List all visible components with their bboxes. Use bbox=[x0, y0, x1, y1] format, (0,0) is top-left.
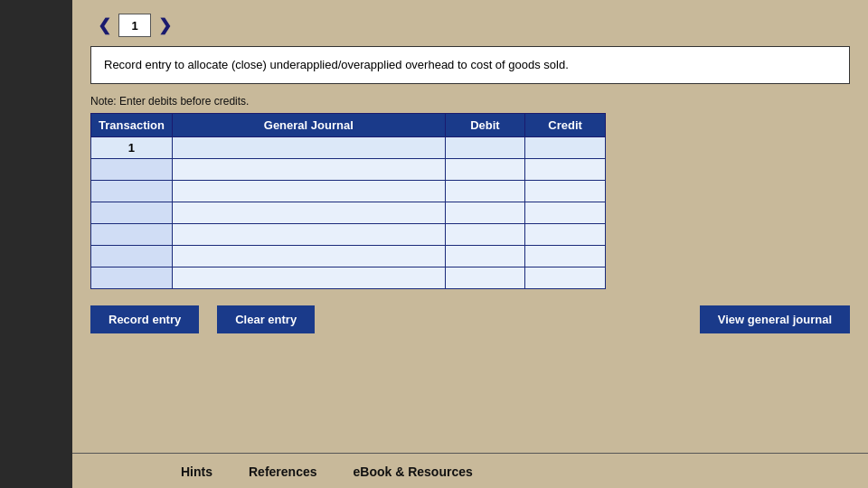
view-general-journal-button[interactable]: View general journal bbox=[700, 305, 850, 333]
header-debit: Debit bbox=[445, 113, 525, 136]
note-text: Note: Enter debits before credits. bbox=[90, 95, 850, 108]
credit-input-1[interactable] bbox=[531, 164, 599, 176]
row-debit-3[interactable] bbox=[445, 202, 525, 223]
header-general-journal: General Journal bbox=[172, 113, 445, 136]
row-transaction-5 bbox=[91, 245, 173, 267]
row-credit-1[interactable] bbox=[525, 158, 606, 180]
header-credit: Credit bbox=[525, 113, 606, 136]
debit-input-6[interactable] bbox=[451, 272, 520, 285]
hints-link[interactable]: Hints bbox=[181, 465, 212, 479]
credit-input-0[interactable] bbox=[531, 142, 599, 155]
credit-input-6[interactable] bbox=[531, 272, 599, 285]
credit-input-5[interactable] bbox=[531, 250, 599, 263]
next-button[interactable]: ❯ bbox=[151, 15, 179, 35]
row-debit-1[interactable] bbox=[445, 158, 525, 180]
left-sidebar bbox=[0, 0, 72, 488]
journal-input-0[interactable] bbox=[178, 142, 439, 155]
row-debit-5[interactable] bbox=[445, 245, 525, 267]
row-transaction-3 bbox=[91, 202, 173, 223]
row-debit-2[interactable] bbox=[445, 180, 525, 202]
references-link[interactable]: References bbox=[249, 465, 317, 479]
instruction-text: Record entry to allocate (close) underap… bbox=[104, 58, 569, 71]
instruction-box: Record entry to allocate (close) underap… bbox=[90, 46, 850, 84]
nav-bar: ❮ 1 ❯ bbox=[90, 14, 850, 37]
page-number: 1 bbox=[118, 14, 151, 37]
row-transaction-6 bbox=[91, 267, 173, 288]
row-debit-6[interactable] bbox=[445, 267, 525, 288]
row-transaction-0: 1 bbox=[91, 136, 173, 158]
header-transaction: Transaction bbox=[91, 113, 173, 136]
row-transaction-4 bbox=[91, 223, 173, 245]
row-credit-5[interactable] bbox=[525, 245, 606, 267]
row-credit-4[interactable] bbox=[525, 223, 606, 245]
debit-input-0[interactable] bbox=[451, 142, 520, 155]
journal-table: Transaction General Journal Debit Credit… bbox=[90, 113, 606, 289]
row-debit-4[interactable] bbox=[445, 223, 525, 245]
journal-input-3[interactable] bbox=[178, 207, 439, 220]
row-journal-0[interactable] bbox=[172, 136, 445, 158]
journal-input-2[interactable] bbox=[178, 185, 439, 198]
row-transaction-1 bbox=[91, 158, 173, 180]
journal-input-4[interactable] bbox=[178, 229, 439, 241]
row-journal-3[interactable] bbox=[172, 202, 445, 223]
journal-input-1[interactable] bbox=[178, 164, 439, 176]
debit-input-5[interactable] bbox=[451, 250, 520, 263]
row-credit-6[interactable] bbox=[525, 267, 606, 288]
buttons-row: Record entry Clear entry View general jo… bbox=[90, 305, 850, 333]
row-credit-3[interactable] bbox=[525, 202, 606, 223]
row-journal-6[interactable] bbox=[172, 267, 445, 288]
journal-input-6[interactable] bbox=[178, 272, 439, 285]
row-journal-2[interactable] bbox=[172, 180, 445, 202]
record-entry-button[interactable]: Record entry bbox=[90, 305, 199, 333]
row-credit-2[interactable] bbox=[525, 180, 606, 202]
debit-input-1[interactable] bbox=[451, 164, 520, 176]
row-credit-0[interactable] bbox=[525, 136, 606, 158]
debit-input-3[interactable] bbox=[451, 207, 520, 220]
journal-input-5[interactable] bbox=[178, 250, 439, 263]
row-transaction-2 bbox=[91, 180, 173, 202]
bottom-nav: Hints References eBook & Resources bbox=[72, 453, 868, 479]
row-debit-0[interactable] bbox=[445, 136, 525, 158]
debit-input-2[interactable] bbox=[451, 185, 520, 198]
row-journal-4[interactable] bbox=[172, 223, 445, 245]
debit-input-4[interactable] bbox=[451, 229, 520, 241]
row-journal-1[interactable] bbox=[172, 158, 445, 180]
row-journal-5[interactable] bbox=[172, 245, 445, 267]
ebook-link[interactable]: eBook & Resources bbox=[354, 465, 473, 479]
prev-button[interactable]: ❮ bbox=[90, 15, 118, 35]
credit-input-2[interactable] bbox=[531, 185, 599, 198]
main-content: ❮ 1 ❯ Record entry to allocate (close) u… bbox=[72, 0, 868, 488]
credit-input-3[interactable] bbox=[531, 207, 599, 220]
clear-entry-button[interactable]: Clear entry bbox=[217, 305, 315, 333]
credit-input-4[interactable] bbox=[531, 229, 599, 241]
